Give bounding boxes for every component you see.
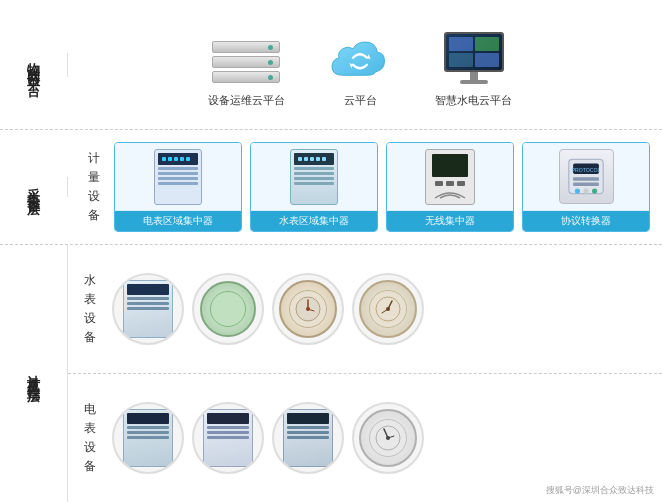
electric-meter-1-art [123,409,173,467]
svg-rect-13 [573,177,599,180]
em4-dial-svg [374,424,402,452]
middle-section-label-box: 采集设备层 [0,177,68,197]
water-meter-display [296,155,332,163]
svg-rect-14 [573,183,599,186]
wireless-art [425,149,475,205]
monitor-cell-4 [475,53,499,67]
em4-dial-inner [369,419,407,457]
em2-row-3 [207,436,249,439]
em1-row-3 [127,436,169,439]
device-card-image-elec [115,143,241,211]
water-sublabel-text: 水表设备 [84,271,96,348]
svg-rect-3 [180,157,184,161]
middle-section-label: 采集设备层 [25,177,43,197]
em2-row-1 [207,426,249,429]
top-content: 设备运维云平台 [68,22,662,108]
electric-meter-4-art [359,409,417,467]
page-container: 物联网云平台 设备运维云平台 [0,0,662,502]
bottom-section: 计量终端层 水表设备 [0,245,662,502]
device-ops-label: 设备运维云平台 [208,93,285,108]
middle-sublabel: 计量设备 [80,149,108,226]
em2-row-2 [207,431,249,434]
electric-sublabel-text: 电表设备 [84,400,96,477]
meter-row-1 [158,167,198,170]
bottom-content: 水表设备 [68,245,662,502]
cloud-item-cloud: 云平台 [325,32,395,108]
water-meter-4 [352,273,424,345]
svg-point-15 [575,189,580,194]
elec-concentrator-label: 电表区域集中器 [115,211,241,231]
water-concentrator-label: 水表区域集中器 [251,211,377,231]
water-meters-subsection: 水表设备 [68,245,662,373]
meter-display-svg [160,155,196,163]
protocol-svg: PROTOCOL [561,155,611,198]
svg-rect-4 [186,157,190,161]
water-meter-3-art [279,280,337,338]
server-rack-1 [212,41,280,53]
top-section: 物联网云平台 设备运维云平台 [0,0,662,130]
svg-point-29 [386,436,390,440]
elec-concentrator-art [154,149,202,205]
monitor-icon [439,32,509,87]
device-card-water-concentrator: 水表区域集中器 [250,142,378,232]
monitor-cell-1 [449,37,473,51]
monitor-cell-2 [475,37,499,51]
cloud-platform-label: 云平台 [344,93,377,108]
dial-inner [289,290,327,328]
electric-meter-3 [272,402,344,474]
device-card-image-wireless [387,143,513,211]
em2-rows [207,426,249,463]
water-meter-row-3 [294,177,334,180]
device-card-elec-concentrator: 电表区域集中器 [114,142,242,232]
water-meter-2 [192,273,264,345]
dial-svg-4 [374,295,402,323]
protocol-label: 协议转换器 [523,211,649,231]
top-section-label-box: 物联网云平台 [0,53,68,77]
electric-meter-4 [352,402,424,474]
middle-section: 采集设备层 计量设备 [0,130,662,245]
wm1-row-2 [127,302,169,305]
em2-top [207,413,249,424]
electric-sublabel: 电表设备 [76,400,104,477]
monitor-stand [470,72,478,80]
wm1-top [127,284,169,295]
wireless-label: 无线集中器 [387,211,513,231]
wm1-row-1 [127,297,169,300]
watermark: 搜狐号@深圳合众致达科技 [542,483,658,498]
server-rack-2 [212,56,280,68]
dial-inner-4 [369,290,407,328]
svg-rect-7 [310,157,314,161]
meter-row-4 [158,182,198,185]
meter-row-3 [158,177,198,180]
electric-meter-1 [112,402,184,474]
monitor-base [460,80,488,84]
device-card-image-protocol: PROTOCOL [523,143,649,211]
em3-row-3 [287,436,329,439]
meter-mid [158,167,198,201]
water-meter-row-1 [294,167,334,170]
em1-top [127,413,169,424]
svg-rect-8 [316,157,320,161]
svg-rect-2 [174,157,178,161]
water-meter-1 [112,273,184,345]
protocol-art: PROTOCOL [559,149,614,204]
water-meter-top [294,153,334,165]
water-sublabel: 水表设备 [76,271,104,348]
svg-point-16 [583,189,588,194]
svg-rect-6 [304,157,308,161]
device-card-wireless: 无线集中器 [386,142,514,232]
monitor-screen-inner [446,34,502,70]
server-icon [212,37,282,87]
middle-inner-content: 计量设备 [68,136,662,238]
cloud-shape [325,32,395,87]
water-concentrator-art [290,149,338,205]
em3-rows [287,426,329,463]
cloud-svg [325,32,395,87]
wm1-row-3 [127,307,169,310]
device-card-protocol: PROTOCOL 协议转换器 [522,142,650,232]
svg-rect-0 [162,157,166,161]
em3-top [287,413,329,424]
device-grid: 电表区域集中器 [114,142,650,232]
water-meter-row-2 [294,172,334,175]
smart-water-label: 智慧水电云平台 [435,93,512,108]
